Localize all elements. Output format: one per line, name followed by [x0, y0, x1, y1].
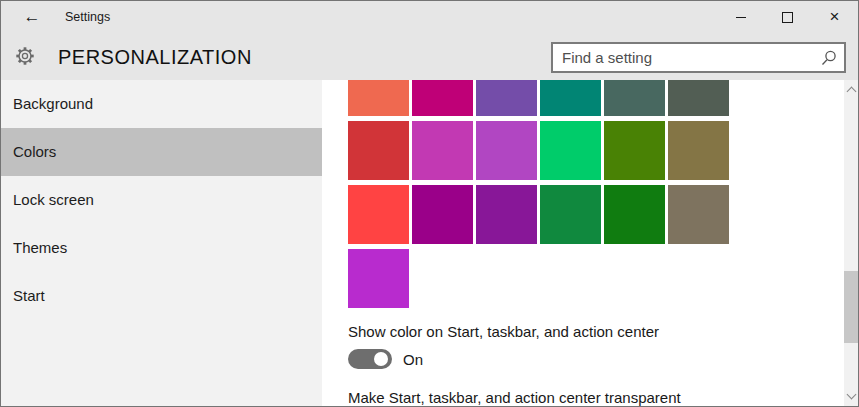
accent-color-swatch[interactable]: [604, 80, 665, 116]
show-color-label: Show color on Start, taskbar, and action…: [348, 323, 659, 340]
accent-color-swatch[interactable]: [348, 185, 409, 244]
search-input[interactable]: [553, 44, 844, 71]
sidebar-item-colors[interactable]: Colors: [1, 128, 322, 176]
sidebar-item-lock-screen[interactable]: Lock screen: [1, 176, 322, 224]
accent-color-swatch[interactable]: [348, 249, 409, 308]
page-header: PERSONALIZATION: [1, 33, 858, 80]
accent-color-swatch[interactable]: [348, 80, 409, 116]
scrollbar-thumb[interactable]: [844, 271, 858, 343]
close-icon: ×: [830, 2, 840, 32]
window-chrome: ← Settings ×: [1, 1, 858, 80]
accent-color-swatch[interactable]: [476, 185, 537, 244]
maximize-button[interactable]: [764, 1, 811, 33]
toggle-knob: [374, 352, 388, 366]
accent-color-swatch[interactable]: [668, 121, 729, 180]
accent-color-swatch[interactable]: [668, 80, 729, 116]
close-button[interactable]: ×: [811, 1, 858, 33]
accent-color-swatch[interactable]: [604, 121, 665, 180]
window-controls: ×: [717, 1, 858, 33]
sidebar-item-background[interactable]: Background: [1, 80, 322, 128]
accent-color-swatch[interactable]: [476, 80, 537, 116]
page-title: PERSONALIZATION: [58, 46, 252, 69]
accent-color-swatch[interactable]: [412, 121, 473, 180]
back-icon[interactable]: ←: [20, 1, 44, 33]
window-title: Settings: [65, 1, 110, 33]
scroll-up-icon[interactable]: [847, 87, 857, 97]
accent-color-swatch[interactable]: [668, 185, 729, 244]
accent-color-swatch[interactable]: [540, 80, 601, 116]
swatch-row: [348, 80, 729, 116]
toggle-state-label: On: [403, 351, 423, 368]
accent-color-swatch[interactable]: [540, 121, 601, 180]
accent-color-swatch[interactable]: [476, 121, 537, 180]
minimize-icon: [736, 17, 746, 18]
show-color-toggle-row: On: [348, 349, 423, 369]
maximize-icon: [782, 12, 793, 23]
sidebar-item-start[interactable]: Start: [1, 272, 322, 320]
accent-color-swatch[interactable]: [412, 80, 473, 116]
swatch-row: [348, 121, 729, 180]
accent-color-swatch[interactable]: [348, 121, 409, 180]
search-icon[interactable]: [821, 50, 837, 66]
swatch-row: [348, 185, 729, 244]
accent-color-grid: [348, 80, 729, 313]
scrollbar[interactable]: [844, 80, 858, 406]
content-area: Show color on Start, taskbar, and action…: [322, 80, 844, 406]
minimize-button[interactable]: [717, 1, 764, 33]
gear-icon: [14, 45, 36, 67]
title-bar: ← Settings ×: [1, 1, 858, 33]
accent-color-swatch[interactable]: [412, 185, 473, 244]
transparent-label: Make Start, taskbar, and action center t…: [348, 389, 681, 406]
scroll-down-icon[interactable]: [847, 390, 857, 400]
search-box: [551, 42, 846, 73]
sidebar-item-themes[interactable]: Themes: [1, 224, 322, 272]
settings-window: ← Settings ×: [0, 0, 859, 407]
accent-color-swatch[interactable]: [540, 185, 601, 244]
accent-color-swatch[interactable]: [604, 185, 665, 244]
show-color-toggle[interactable]: [348, 349, 392, 369]
swatch-row: [348, 249, 729, 308]
sidebar: BackgroundColorsLock screenThemesStart: [1, 80, 322, 406]
